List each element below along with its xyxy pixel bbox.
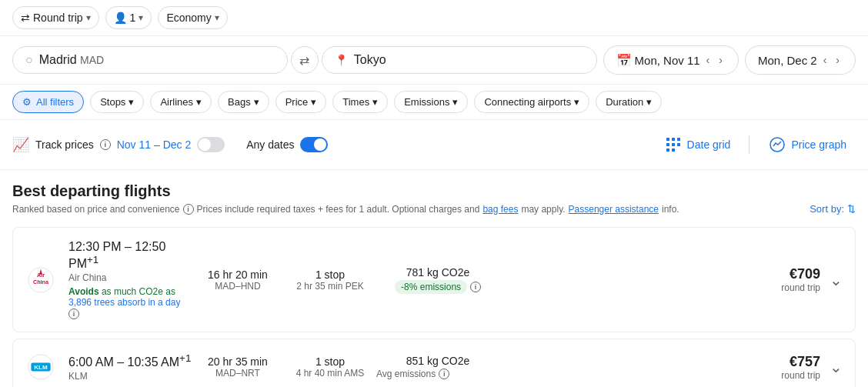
- depart-date-picker[interactable]: 📅 Mon, Nov 11 ‹ ›: [603, 45, 739, 75]
- passenger-assistance-link[interactable]: Passenger assistance: [569, 204, 659, 215]
- svg-rect-0: [666, 138, 669, 141]
- flight-emissions-0: 781 kg CO2e -8% emissions i: [376, 266, 499, 294]
- svg-rect-7: [672, 148, 675, 152]
- return-date: Mon, Dec 2: [758, 54, 817, 67]
- best-flights-subtitle: Ranked based on price and convenience i …: [12, 203, 856, 215]
- class-label: Economy: [166, 12, 211, 24]
- eco-info-icon[interactable]: i: [68, 309, 79, 319]
- subtitle-info-icon[interactable]: i: [183, 204, 194, 215]
- svg-rect-2: [677, 138, 680, 141]
- passengers-button[interactable]: 👤 1 ▾: [105, 6, 152, 29]
- stops-chevron: ▾: [129, 96, 134, 108]
- class-chevron: ▾: [215, 12, 219, 23]
- emissions-filter[interactable]: Emissions ▾: [394, 91, 468, 113]
- return-next-arrow[interactable]: ›: [833, 52, 843, 68]
- origin-text: Madrid MAD: [39, 53, 104, 67]
- emissions-info-icon-1[interactable]: i: [439, 369, 449, 379]
- swap-icon: ⇄: [21, 12, 30, 24]
- klm-logo-svg: KLM: [27, 353, 55, 381]
- flight-times-1: 6:00 AM – 10:35 AM+1 KLM: [68, 352, 192, 382]
- track-left: 📈 Track prices i Nov 11 – Dec 2 Any date…: [12, 136, 655, 153]
- flight-stops-0: 1 stop 2 hr 35 min PEK: [284, 269, 376, 292]
- destination-icon: 📍: [335, 54, 348, 66]
- class-button[interactable]: Economy ▾: [158, 6, 227, 29]
- svg-text:China: China: [33, 279, 49, 285]
- price-graph-icon: [768, 135, 786, 154]
- track-info-icon[interactable]: i: [100, 139, 111, 150]
- swap-button[interactable]: ⇄: [291, 46, 319, 74]
- price-filter[interactable]: Price ▾: [275, 91, 327, 113]
- track-dates: Nov 11 – Dec 2: [117, 138, 192, 151]
- airline-logo-0: Air China: [25, 265, 56, 295]
- all-filters-button[interactable]: ⚙ All filters: [12, 91, 84, 113]
- duration-chevron: ▾: [646, 96, 652, 108]
- connecting-airports-chevron: ▾: [574, 96, 579, 108]
- bags-chevron: ▾: [254, 96, 259, 108]
- bags-filter[interactable]: Bags ▾: [218, 91, 269, 113]
- any-dates-wrap: Any dates: [246, 137, 328, 152]
- return-prev-arrow[interactable]: ‹: [820, 52, 830, 68]
- track-prices-icon: 📈: [12, 136, 29, 153]
- track-row: 📈 Track prices i Nov 11 – Dec 2 Any date…: [0, 120, 868, 170]
- flight-card-0[interactable]: Air China 12:30 PM – 12:50 PM+1 Air Chin…: [12, 227, 856, 332]
- flight-stops-1: 1 stop 4 hr 40 min AMS: [284, 355, 376, 379]
- origin-icon: ○: [25, 53, 33, 67]
- passengers-label: 1: [130, 12, 136, 24]
- divider: [749, 135, 749, 154]
- flight-emissions-1: 851 kg CO2e Avg emissions i: [376, 355, 499, 379]
- search-bar: ○ Madrid MAD ⇄ 📍 Tokyo 📅 Mon, Nov 11 ‹ ›…: [0, 36, 868, 85]
- flight-duration-1: 20 hr 35 min MAD–NRT: [192, 355, 284, 379]
- price-graph-button[interactable]: Price graph: [759, 129, 856, 160]
- track-prices-toggle[interactable]: [197, 137, 225, 152]
- date-grid-button[interactable]: Date grid: [655, 129, 740, 160]
- expand-button-0[interactable]: ⌄: [830, 271, 843, 289]
- duration-filter[interactable]: Duration ▾: [596, 91, 662, 113]
- airline-logo-1: KLM: [25, 352, 56, 382]
- flight-card-1[interactable]: KLM 6:00 AM – 10:35 AM+1 KLM 20 hr 35 mi…: [12, 339, 856, 387]
- trip-type-chevron: ▾: [86, 12, 91, 23]
- depart-prev-arrow[interactable]: ‹: [703, 52, 713, 68]
- flight-price-1: €757 round trip: [743, 354, 820, 381]
- stops-filter[interactable]: Stops ▾: [90, 91, 144, 113]
- price-chevron: ▾: [311, 96, 316, 108]
- times-filter[interactable]: Times ▾: [332, 91, 388, 113]
- any-dates-toggle[interactable]: [300, 137, 328, 152]
- trip-type-label: Round trip: [33, 12, 83, 24]
- passengers-chevron: ▾: [139, 12, 143, 23]
- calendar-icon: 📅: [616, 53, 632, 68]
- top-bar: ⇄ Round trip ▾ 👤 1 ▾ Economy ▾: [0, 0, 868, 36]
- airlines-filter[interactable]: Airlines ▾: [150, 91, 212, 113]
- sort-by[interactable]: Sort by: ⇅: [810, 203, 856, 215]
- flight-price-0: €709 round trip: [743, 266, 820, 293]
- origin-input[interactable]: ○ Madrid MAD: [12, 46, 288, 74]
- any-dates-label: Any dates: [246, 138, 294, 151]
- svg-rect-1: [672, 138, 675, 141]
- flight-duration-0: 16 hr 20 min MAD–HND: [192, 269, 284, 292]
- destination-input[interactable]: 📍 Tokyo: [322, 46, 597, 74]
- depart-date: Mon, Nov 11: [635, 54, 700, 67]
- airlines-chevron: ▾: [196, 96, 202, 108]
- track-prices-label: Track prices: [35, 138, 94, 151]
- person-icon: 👤: [114, 12, 127, 24]
- expand-button-1[interactable]: ⌄: [830, 358, 843, 376]
- svg-rect-4: [672, 143, 675, 146]
- svg-rect-6: [666, 148, 669, 152]
- depart-next-arrow[interactable]: ›: [716, 52, 726, 68]
- air-china-logo-svg: Air China: [27, 266, 55, 294]
- filter-icon: ⚙: [22, 96, 32, 108]
- filters-bar: ⚙ All filters Stops ▾ Airlines ▾ Bags ▾ …: [0, 85, 868, 120]
- return-date-picker[interactable]: Mon, Dec 2 ‹ ›: [745, 45, 856, 75]
- best-flights-title: Best departing flights: [12, 182, 171, 200]
- svg-rect-3: [666, 143, 669, 146]
- svg-text:KLM: KLM: [34, 364, 48, 371]
- track-right: Date grid Price graph: [655, 129, 856, 160]
- emissions-info-icon-0[interactable]: i: [470, 282, 481, 292]
- date-grid-icon: [664, 135, 683, 154]
- svg-rect-5: [677, 143, 680, 146]
- sort-icon: ⇅: [847, 203, 856, 215]
- trip-type-button[interactable]: ⇄ Round trip ▾: [12, 6, 99, 29]
- connecting-airports-filter[interactable]: Connecting airports ▾: [474, 91, 589, 113]
- times-chevron: ▾: [372, 96, 378, 108]
- bag-fees-link[interactable]: bag fees: [482, 204, 518, 215]
- emissions-badge-0: -8% emissions: [395, 280, 467, 294]
